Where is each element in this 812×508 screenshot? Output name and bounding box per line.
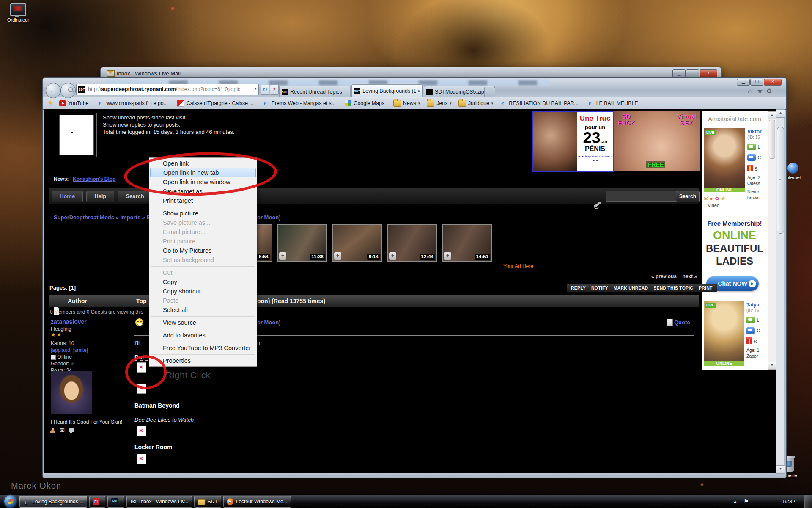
plus-icon[interactable]: +: [444, 252, 451, 260]
context-menu-item[interactable]: Properties: [150, 356, 256, 365]
address-dropdown-icon[interactable]: ▾: [255, 86, 257, 91]
favorite-item[interactable]: Juridique ▾: [458, 100, 493, 107]
scrollbar-thumb[interactable]: [777, 127, 784, 234]
live-chat-button[interactable]: L: [747, 143, 760, 150]
new-replies-link[interactable]: Show new replies to your posts.: [103, 121, 181, 128]
favorite-item[interactable]: Jeux ▾: [427, 100, 452, 107]
applaud-link[interactable]: [applaud]: [51, 347, 71, 353]
context-menu-item[interactable]: Print target: [150, 196, 256, 205]
context-menu-item[interactable]: Copy shortcut: [150, 287, 256, 296]
taskbar-button[interactable]: Ps: [107, 496, 124, 508]
email-icon[interactable]: ✉: [60, 427, 65, 433]
scrollbar-thumb[interactable]: [769, 120, 775, 159]
new-tab-stub[interactable]: [484, 87, 495, 97]
url-text[interactable]: http://superdeepthroat.ryonani.com/index…: [88, 86, 240, 92]
context-menu-item[interactable]: Print picture...: [150, 237, 256, 246]
favorite-item[interactable]: LE BAIL MEUBLE: [587, 100, 640, 106]
tab-close-icon[interactable]: ×: [418, 88, 420, 94]
plus-icon[interactable]: +: [279, 252, 286, 260]
topic-action-link[interactable]: SEND THIS TOPIC: [653, 285, 693, 290]
post-author-link[interactable]: zatanaslover: [51, 318, 87, 325]
action-center-flag-icon[interactable]: ⚑: [743, 498, 749, 505]
context-menu-item[interactable]: [150, 315, 256, 318]
address-bar[interactable]: SDT http://superdeepthroat.ryonani.com/i…: [76, 84, 259, 95]
favorite-item[interactable]: Google Maps: [345, 100, 387, 106]
breadcrumb-fragment[interactable]: or Moon): [257, 214, 281, 221]
profile-icon[interactable]: [50, 428, 55, 433]
taskbar-button[interactable]: SDT: [194, 496, 221, 508]
forum-search-input[interactable]: [606, 190, 677, 202]
rose-icon[interactable]: ✿: [715, 196, 719, 202]
context-menu-item[interactable]: Save picture as...: [150, 218, 256, 227]
live-chat-button[interactable]: L: [746, 316, 759, 323]
topic-action-link[interactable]: PRINT: [699, 285, 713, 290]
context-menu-item[interactable]: Add to favorites...: [150, 331, 256, 340]
topic-action-link[interactable]: REPLY: [571, 285, 586, 290]
favorite-item[interactable]: YouTube: [59, 100, 91, 106]
scroll-up-icon[interactable]: ▲: [776, 109, 785, 118]
minimize-button[interactable]: ▁: [737, 79, 750, 86]
context-menu-item[interactable]: Cut: [150, 268, 256, 277]
tools-gear-icon[interactable]: ⚙: [766, 87, 772, 95]
profile-name-link[interactable]: Tatya: [746, 302, 759, 308]
context-menu-item[interactable]: [150, 205, 256, 209]
desktop-icon-computer[interactable]: Ordinateur: [3, 3, 34, 22]
ad-scrollbar[interactable]: ▲ ▼: [768, 111, 776, 369]
favorite-item[interactable]: www.crous-paris.fr Le po...: [97, 100, 170, 106]
video-thumbnail[interactable]: + 11:36: [277, 224, 327, 262]
favorite-item[interactable]: News ▾: [393, 100, 420, 107]
clock[interactable]: 19:32: [782, 498, 796, 505]
banner-ad[interactable]: Une Truc pour un 23cm PÉNIS ►► Apprenez …: [532, 111, 614, 172]
news-link[interactable]: Konashion's Blog: [73, 176, 116, 182]
favorite-item[interactable]: Caisse d'Epargne - Caisse ...: [177, 100, 256, 107]
topic-action-link[interactable]: MARK UNREAD: [614, 285, 648, 290]
context-menu-item[interactable]: Go to My Pictures: [150, 246, 256, 255]
maximize-button[interactable]: ▢: [750, 79, 763, 86]
context-menu-item[interactable]: E-mail picture...: [150, 227, 256, 237]
your-ad-here-link[interactable]: Your Ad Here: [503, 263, 533, 269]
context-menu-item[interactable]: Set as background: [150, 255, 256, 265]
unread-posts-link[interactable]: Show unread posts since last visit.: [103, 114, 187, 121]
window-scrollbar[interactable]: ▲ ▼: [776, 109, 784, 473]
close-button[interactable]: ×: [764, 79, 782, 86]
refresh-button[interactable]: ↻: [261, 85, 269, 95]
ad-link[interactable]: ►► Apprenez comment ◄◄: [577, 155, 613, 162]
profile-photo[interactable]: [704, 301, 744, 361]
banner-ad[interactable]: 3DFUCK VirtualSEX FREE: [614, 111, 700, 171]
video-thumbnail[interactable]: + 14:51: [442, 224, 492, 262]
close-button[interactable]: ×: [700, 69, 717, 77]
broken-image-icon[interactable]: [137, 426, 146, 436]
favorites-star-icon[interactable]: ★: [757, 87, 763, 95]
forum-nav-button[interactable]: Home: [52, 190, 83, 202]
broken-image-icon[interactable]: [137, 454, 146, 464]
message-icon[interactable]: [69, 428, 74, 432]
taskbar-button[interactable]: e Loving Backgrounds ...: [19, 496, 87, 508]
browser-tab[interactable]: SDT Loving Backgrounds (Bat C... ×: [351, 84, 423, 97]
context-menu-item[interactable]: View source: [150, 318, 256, 327]
scroll-down-icon[interactable]: ▼: [776, 465, 785, 474]
context-menu-item[interactable]: [150, 340, 256, 343]
show-desktop-button[interactable]: [804, 495, 812, 508]
tray-expand-icon[interactable]: ▲: [733, 500, 737, 504]
stop-button[interactable]: ×: [270, 85, 279, 95]
context-menu-item[interactable]: Select all: [150, 305, 256, 315]
video-count[interactable]: 1 Video: [704, 203, 719, 208]
favorite-item[interactable]: Erems Web - Mangas et s...: [263, 100, 338, 106]
send-gift-button[interactable]: S: [746, 337, 757, 345]
next-link[interactable]: next »: [682, 273, 697, 279]
video-thumbnail[interactable]: + 12:44: [387, 224, 437, 262]
plus-icon[interactable]: +: [334, 252, 341, 260]
home-icon[interactable]: ⌂: [748, 87, 752, 94]
context-menu-item[interactable]: [150, 353, 256, 356]
quote-button[interactable]: Quote: [674, 319, 690, 326]
browser-tab[interactable]: SDT Recent Unread Topics: [279, 86, 351, 97]
context-menu-item[interactable]: Show picture: [150, 209, 256, 218]
minimize-button[interactable]: ▁: [672, 69, 686, 77]
topic-action-link[interactable]: NOTIFY: [591, 285, 608, 290]
forum-nav-button[interactable]: Help: [86, 190, 114, 202]
star-icon[interactable]: ★: [721, 196, 726, 202]
video-thumbnail[interactable]: + 9:14: [332, 224, 382, 262]
post-title-fragment[interactable]: or Moon): [257, 319, 281, 326]
profile-photo[interactable]: [704, 128, 745, 188]
phone-icon[interactable]: ●: [710, 196, 713, 202]
